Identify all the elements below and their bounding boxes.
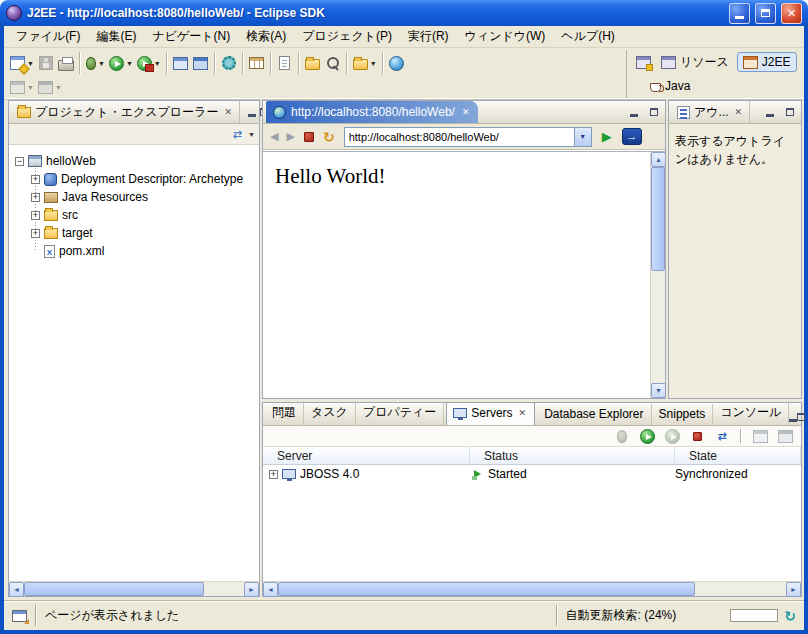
- new-web-component-button[interactable]: [191, 51, 211, 75]
- column-header-status[interactable]: Status: [470, 447, 675, 464]
- link-with-editor-icon[interactable]: ⇄: [233, 128, 242, 141]
- collapse-toggle-icon[interactable]: −: [15, 157, 24, 166]
- view-maximize-button[interactable]: [797, 409, 805, 425]
- profile-server-button[interactable]: [662, 424, 682, 448]
- expand-toggle-icon[interactable]: +: [269, 470, 278, 479]
- tab-console[interactable]: コンソール: [713, 401, 789, 425]
- tree-item-pom-xml[interactable]: pom.xml: [9, 242, 259, 260]
- project-explorer-tab[interactable]: プロジェクト・エクスプローラー ✕: [12, 101, 240, 123]
- table-row[interactable]: + JBOSS 4.0 Started Synchronized: [263, 465, 801, 483]
- tree-item-deployment-descriptor[interactable]: + Deployment Descriptor: Archetype: [9, 170, 259, 188]
- tab-servers[interactable]: Servers ✕: [446, 402, 535, 425]
- close-button[interactable]: ✕: [781, 3, 802, 24]
- maximize-button[interactable]: [755, 3, 776, 24]
- forward-button[interactable]: ▶: [283, 130, 297, 143]
- scroll-right-button[interactable]: ►: [244, 582, 259, 597]
- eclipse-logo-icon[interactable]: [6, 5, 22, 21]
- start-server-button[interactable]: [637, 424, 657, 448]
- save-button[interactable]: [36, 51, 56, 75]
- close-icon[interactable]: ✕: [733, 107, 745, 117]
- web-browser-button[interactable]: [387, 51, 407, 75]
- folder-menu-button[interactable]: ▼: [351, 51, 379, 75]
- menu-item-edit[interactable]: 編集(E): [88, 25, 144, 48]
- search-button[interactable]: [323, 51, 343, 75]
- tab-problems[interactable]: 問題: [265, 401, 304, 425]
- column-header-state[interactable]: State: [675, 447, 801, 464]
- minimize-button[interactable]: [729, 3, 750, 24]
- view-minimize-button[interactable]: [248, 104, 256, 120]
- menu-item-search[interactable]: 検索(A): [238, 25, 294, 48]
- horizontal-scrollbar[interactable]: ◄ ►: [263, 581, 801, 596]
- fast-view-button-1[interactable]: ▼: [8, 76, 36, 100]
- menu-item-project[interactable]: プロジェクト(P): [294, 25, 400, 48]
- scroll-right-button[interactable]: ►: [786, 582, 801, 597]
- scroll-left-button[interactable]: ◄: [263, 582, 278, 597]
- snippet-document-button[interactable]: [275, 51, 295, 75]
- expand-toggle-icon[interactable]: +: [31, 193, 40, 202]
- expand-toggle-icon[interactable]: +: [31, 175, 40, 184]
- view-minimize-button[interactable]: [762, 104, 778, 120]
- tree-item-target[interactable]: + target: [9, 224, 259, 242]
- web-service-wizard-button[interactable]: [219, 51, 239, 75]
- close-icon[interactable]: ✕: [460, 107, 472, 117]
- fast-view-icon[interactable]: [12, 610, 27, 622]
- server-view-button-2[interactable]: [775, 424, 795, 448]
- monitor-button[interactable]: →: [622, 128, 642, 145]
- debug-server-button[interactable]: [612, 424, 632, 448]
- scrollbar-thumb[interactable]: [278, 582, 695, 596]
- tab-tasks[interactable]: タスク: [304, 401, 356, 425]
- editor-maximize-button[interactable]: [646, 104, 662, 120]
- close-icon[interactable]: ✕: [517, 408, 529, 418]
- perspective-java-button[interactable]: Java: [645, 77, 695, 95]
- expand-toggle-icon[interactable]: +: [31, 211, 40, 220]
- view-minimize-button[interactable]: [789, 409, 797, 425]
- editor-minimize-button[interactable]: [626, 104, 642, 120]
- scrollbar-thumb[interactable]: [24, 582, 204, 596]
- external-tools-button[interactable]: ▼: [135, 51, 163, 75]
- tree-item-java-resources[interactable]: + Java Resources: [9, 188, 259, 206]
- view-maximize-button[interactable]: [782, 104, 798, 120]
- vertical-scrollbar[interactable]: ▲ ▼: [650, 152, 665, 398]
- go-button[interactable]: ▶: [598, 129, 616, 144]
- expand-toggle-icon[interactable]: +: [31, 229, 40, 238]
- perspective-resource-button[interactable]: リソース: [656, 52, 734, 73]
- auto-refresh-button[interactable]: ↻: [784, 608, 796, 624]
- menu-item-help[interactable]: ヘルプ(H): [553, 25, 623, 48]
- stop-server-button[interactable]: [687, 424, 707, 448]
- new-wizard-button[interactable]: ▼: [8, 51, 36, 75]
- debug-button[interactable]: ▼: [84, 51, 107, 75]
- refresh-button[interactable]: ↻: [320, 129, 338, 145]
- menu-item-run[interactable]: 実行(R): [400, 25, 457, 48]
- outline-tab[interactable]: アウ... ✕: [672, 101, 750, 123]
- scroll-up-button[interactable]: ▲: [651, 152, 666, 167]
- publish-button[interactable]: ⇄: [712, 424, 732, 448]
- column-header-server[interactable]: Server: [263, 447, 470, 464]
- menu-item-navigate[interactable]: ナビゲート(N): [144, 25, 238, 48]
- open-resource-button[interactable]: [303, 51, 323, 75]
- stop-button[interactable]: [304, 132, 314, 142]
- horizontal-scrollbar[interactable]: ◄ ►: [9, 581, 259, 596]
- tab-snippets[interactable]: Snippets: [652, 404, 714, 425]
- url-input[interactable]: [345, 128, 574, 146]
- menu-item-file[interactable]: ファイル(F): [8, 25, 88, 48]
- menu-item-window[interactable]: ウィンドウ(W): [457, 25, 554, 48]
- print-button[interactable]: [56, 51, 76, 75]
- tab-database-explorer[interactable]: Database Explorer: [537, 404, 651, 425]
- scroll-down-button[interactable]: ▼: [651, 383, 666, 398]
- server-view-button-1[interactable]: [750, 424, 770, 448]
- tree-item-src[interactable]: + src: [9, 206, 259, 224]
- scroll-left-button[interactable]: ◄: [9, 582, 24, 597]
- back-button[interactable]: ◀: [267, 130, 281, 143]
- database-table-button[interactable]: [247, 51, 267, 75]
- fast-view-button-2[interactable]: ▼: [36, 76, 64, 100]
- scrollbar-thumb[interactable]: [651, 167, 665, 271]
- open-perspective-button[interactable]: [633, 50, 653, 74]
- url-dropdown-button[interactable]: ▼: [574, 128, 591, 146]
- perspective-j2ee-button[interactable]: J2EE: [737, 52, 797, 72]
- tree-item-helloweb[interactable]: − helloWeb: [9, 152, 259, 170]
- tab-properties[interactable]: プロパティー: [356, 401, 444, 425]
- browser-tab[interactable]: http://localhost:8080/helloWeb/ ✕: [266, 101, 478, 123]
- close-icon[interactable]: ✕: [222, 107, 234, 117]
- run-button[interactable]: ▼: [107, 51, 135, 75]
- view-menu-icon[interactable]: ▼: [248, 131, 255, 138]
